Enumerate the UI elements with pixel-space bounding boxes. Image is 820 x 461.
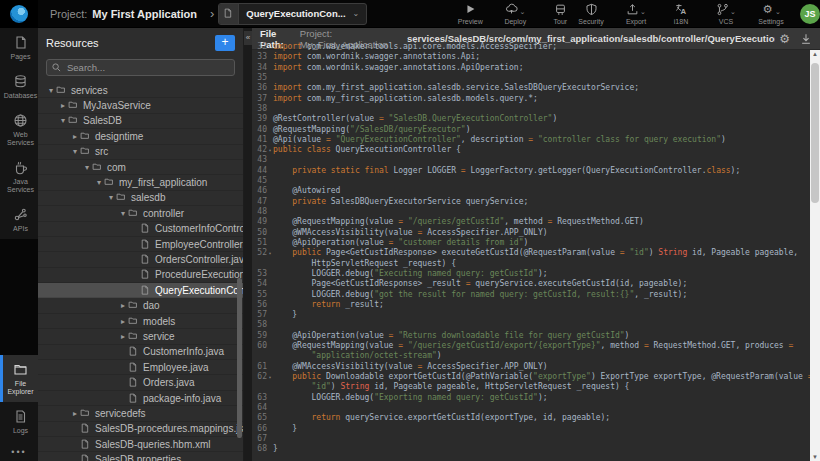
vcs-button[interactable]: ⌄VCS: [711, 3, 741, 25]
code-line: 65 return queryService.exportGetCustId(e…: [252, 413, 810, 423]
tree-item-customerinfocontroller.java[interactable]: CustomerInfoController.java: [38, 222, 243, 237]
more-options-button[interactable]: •••: [0, 441, 38, 461]
tree-item-orders.java[interactable]: Orders.java: [38, 375, 243, 390]
resource-search[interactable]: [46, 59, 235, 76]
line-number: 57: [252, 310, 267, 320]
i18n-button[interactable]: Ai18N: [666, 3, 696, 25]
tree-item-salesdb[interactable]: ▾SalesDB: [38, 114, 243, 129]
rail-item-java-services[interactable]: Java Services: [0, 153, 38, 200]
security-button[interactable]: Security: [576, 3, 606, 25]
rail-item-label: Logs: [13, 427, 28, 435]
add-resource-button[interactable]: +: [215, 35, 235, 51]
export-button[interactable]: ⌄Export: [621, 3, 651, 25]
caret-down-icon[interactable]: ▾: [70, 147, 80, 156]
caret-right-icon[interactable]: ▸: [118, 332, 128, 341]
caret-right-icon[interactable]: ▸: [58, 101, 68, 110]
tree-item-controller[interactable]: ▾controller: [38, 206, 243, 221]
scroll-up-icon[interactable]: ▲: [810, 51, 820, 57]
line-number: 60: [252, 341, 267, 351]
rail-item-logs[interactable]: Logs: [0, 402, 38, 441]
line-number: [252, 351, 267, 361]
code-area[interactable]: 32import com.wavemaker.tools.api.core.mo…: [252, 42, 810, 461]
caret-down-icon[interactable]: ▾: [106, 193, 116, 202]
project-name[interactable]: My First Application: [92, 8, 197, 20]
tour-button[interactable]: Tour: [545, 3, 575, 25]
panel-collapse-strip: «: [244, 28, 252, 461]
tree-item-service[interactable]: ▸service: [38, 329, 243, 344]
caret-right-icon[interactable]: ▸: [118, 317, 128, 326]
rail-item-databases[interactable]: Databases: [0, 67, 38, 106]
folder-icon: [128, 300, 142, 311]
tree-item-procedureexecutioncontroller.java[interactable]: ProcedureExecutionController.java: [38, 268, 243, 283]
caret-right-icon[interactable]: ▸: [70, 409, 80, 418]
open-file-tab[interactable]: QueryExecutionCon... ⌄: [218, 3, 367, 25]
tree-item-src[interactable]: ▾src: [38, 145, 243, 160]
folder-icon: [128, 331, 142, 342]
caret-right-icon[interactable]: ▸: [118, 301, 128, 310]
folder-icon: [56, 85, 70, 96]
tree-item-employee.java[interactable]: Employee.java: [38, 360, 243, 375]
tree-item-label: SalesDB: [83, 115, 122, 126]
scrollbar-thumb[interactable]: [811, 63, 819, 203]
tree-item-salesdb-procedures.mappings.json[interactable]: SalesDB-procedures.mappings.json: [38, 422, 243, 437]
file-icon: [140, 269, 154, 280]
code-line: 63 LOGGER.debug("Exporting named query: …: [252, 393, 810, 403]
tree-item-models[interactable]: ▸models: [38, 314, 243, 329]
tree-item-orderscontroller.java[interactable]: OrdersController.java: [38, 252, 243, 267]
line-number: 39: [252, 114, 267, 124]
tree-item-myjavaservice[interactable]: ▸MyJavaService: [38, 98, 243, 113]
chevron-down-icon[interactable]: ⌄: [775, 8, 781, 16]
resources-header: Resources +: [38, 28, 243, 58]
tree-item-services[interactable]: ▾services: [38, 83, 243, 98]
rail-item-web-services[interactable]: Web Services: [0, 106, 38, 153]
editor-scrollbar[interactable]: ▲ ▼: [810, 50, 820, 461]
code-text: "application/octet-stream"): [273, 351, 442, 361]
rail-item-apis[interactable]: APIs: [0, 200, 38, 239]
deploy-button[interactable]: ⌄Deploy: [500, 3, 530, 25]
tree-item-designtime[interactable]: ▸designtime: [38, 129, 243, 144]
chevron-down-icon[interactable]: ⌄: [730, 8, 736, 16]
tree-item-package-info.java[interactable]: package-info.java: [38, 391, 243, 406]
app-logo[interactable]: [0, 0, 38, 28]
left-rail: PagesDatabasesWeb ServicesJava ServicesA…: [0, 28, 38, 461]
tree-item-dao[interactable]: ▸dao: [38, 298, 243, 313]
line-number: 52: [252, 248, 267, 258]
caret-down-icon[interactable]: ▾: [94, 178, 104, 187]
line-number: 55: [252, 290, 267, 300]
caret-right-icon[interactable]: ▸: [70, 132, 80, 141]
chevron-down-icon[interactable]: ⌄: [640, 8, 646, 16]
tree-item-salesdb.properties[interactable]: SalesDB.properties: [38, 452, 243, 461]
chevron-down-icon[interactable]: ⌄: [353, 9, 367, 18]
tree-item-salesdb-queries.hbm.xml[interactable]: SalesDB-queries.hbm.xml: [38, 437, 243, 452]
chevron-down-icon[interactable]: ⌄: [519, 8, 525, 16]
rail-item-label: File Explorer: [3, 380, 38, 396]
pages-icon: [13, 35, 28, 50]
caret-down-icon[interactable]: ▾: [118, 209, 128, 218]
bus-icon: [554, 3, 567, 16]
rail-item-file-explorer[interactable]: File Explorer: [0, 355, 38, 402]
caret-down-icon[interactable]: ▾: [82, 163, 92, 172]
tree-item-my-first-application[interactable]: ▾my_first_application: [38, 175, 243, 190]
scroll-down-icon[interactable]: ▼: [810, 454, 820, 460]
tree-item-servicedefs[interactable]: ▸servicedefs: [38, 406, 243, 421]
rail-item-label: APIs: [13, 225, 28, 233]
tree-item-employeecontroller.java[interactable]: EmployeeController.java: [38, 237, 243, 252]
tree-item-com[interactable]: ▾com: [38, 160, 243, 175]
settings-button[interactable]: ⚙⌄Settings: [756, 3, 786, 25]
folder-icon: [128, 316, 142, 327]
tree-item-customerinfo.java[interactable]: CustomerInfo.java: [38, 345, 243, 360]
collapse-panel-button[interactable]: «: [244, 31, 252, 45]
user-avatar[interactable]: JS: [800, 4, 820, 24]
tree-item-salesdb[interactable]: ▾salesdb: [38, 191, 243, 206]
caret-down-icon[interactable]: ▾: [46, 86, 56, 95]
caret-down-icon[interactable]: ▾: [58, 116, 68, 125]
code-line: 46 @Autowired: [252, 186, 810, 196]
line-number: 35: [252, 73, 267, 83]
line-number: [252, 382, 267, 392]
tree-scrollbar[interactable]: [237, 278, 242, 438]
preview-button[interactable]: Preview: [455, 3, 485, 25]
search-input[interactable]: [65, 61, 229, 74]
rail-item-pages[interactable]: Pages: [0, 28, 38, 67]
breadcrumb: Project: My First Application ›: [50, 6, 218, 21]
tree-item-queryexecutioncontroller.java[interactable]: QueryExecutionController.java: [38, 283, 243, 298]
